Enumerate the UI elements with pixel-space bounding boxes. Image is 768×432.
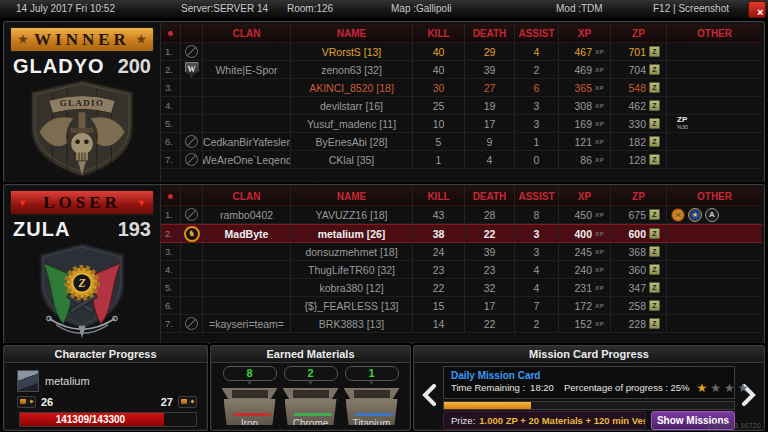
prize-value: 1.000 ZP + 20 Materials + 120 min Vest 1… (479, 415, 646, 426)
mission-stars: ★★★★ (697, 383, 749, 393)
mission-star-icon: ★ (724, 383, 735, 393)
clan-cell (203, 243, 291, 260)
no-clan-icon (185, 317, 198, 330)
chevron-left-icon (421, 384, 437, 406)
clan-icon-cell (181, 115, 203, 132)
banner-star-icon: ★ (18, 33, 28, 46)
rank-dot-icon (168, 31, 173, 36)
mission-star-icon: ★ (710, 383, 721, 393)
kill-cell: 15 (413, 297, 465, 314)
kill-column-header: KILL (413, 24, 465, 42)
name-cell: VRorstS [13] (291, 43, 413, 60)
kill-cell: 10 (413, 115, 465, 132)
zp-icon: Z (649, 118, 660, 129)
loser-team-name: ZULA (13, 218, 70, 241)
winner-banner: ★ WINNER ★ (10, 27, 154, 52)
name-cell: kobra380 [12] (291, 279, 413, 296)
no-clan-icon (185, 135, 198, 148)
zp-cell: 548Z (611, 79, 667, 96)
zp-icon: Z (649, 100, 660, 111)
xp-icon: XP (595, 212, 604, 218)
prize-label: Prize: (451, 415, 475, 426)
zp-icon: Z (649, 154, 660, 165)
room-label: Room:126 (287, 3, 333, 14)
rank-cell: 2. (161, 61, 181, 78)
kill-cell: 38 (413, 225, 465, 242)
clan-cell (203, 79, 291, 96)
other-cell (667, 79, 762, 96)
clan-icon-cell (181, 133, 203, 150)
name-cell: Yusuf_madenc [11] (291, 115, 413, 132)
xp-cell: 86XP (559, 151, 611, 168)
rank-cell: 6. (161, 297, 181, 314)
name-cell: metalium [26] (291, 225, 413, 242)
clan-shield-icon: W (185, 62, 199, 77)
assist-cell: 4 (515, 279, 559, 296)
time-remaining-label: Time Remaining : (451, 382, 525, 393)
clan-icon-cell (181, 279, 203, 296)
rank-cell: 3. (161, 79, 181, 96)
winner-team-score: 200 (118, 55, 151, 78)
zp-cell: 368Z (611, 243, 667, 260)
xp-cell: 240XP (559, 261, 611, 278)
xp-column-header: XP (559, 24, 611, 42)
medals-group: ☠★A (667, 208, 762, 222)
assist-cell: 3 (515, 97, 559, 114)
death-cell: 28 (465, 206, 515, 223)
material-count-tick-icon: ▼ (369, 381, 375, 386)
other-column-header: OTHER (667, 24, 762, 42)
material-crate-icon: Titanium (344, 388, 400, 425)
clan-icon-cell (181, 243, 203, 260)
other-cell: ZP%30 (667, 115, 762, 132)
material-name: Iron (224, 418, 276, 429)
name-cell: YAVUZZ16 [18] (291, 206, 413, 223)
loser-panel: ▼ LOSER ▼ ZULA 193 Z CL (3, 184, 765, 344)
xp-icon: XP (595, 121, 604, 127)
kill-column-header: KILL (413, 187, 465, 205)
other-cell (667, 261, 762, 278)
death-cell: 39 (465, 243, 515, 260)
zp-cell: 228Z (611, 315, 667, 332)
xp-icon: XP (595, 231, 604, 237)
zp-icon: Z (649, 246, 660, 257)
material-crate-icon: Iron (222, 388, 278, 425)
rank-cell: 6. (161, 133, 181, 150)
table-row: 1.rambo0402YAVUZZ16 [18]43288450XP675Z☠★… (161, 206, 762, 224)
no-clan-icon (185, 153, 198, 166)
material-count: 8 (223, 366, 277, 381)
assist-cell: 0 (515, 151, 559, 168)
previous-mission-card-button[interactable] (421, 384, 437, 406)
mission-star-icon: ★ (738, 383, 749, 393)
zp-icon: Z (649, 136, 660, 147)
rank-insignia-next-icon (178, 396, 197, 408)
zp-icon: Z (649, 300, 660, 311)
clan-icon-cell (181, 79, 203, 96)
kill-cell: 40 (413, 43, 465, 60)
kill-cell: 30 (413, 79, 465, 96)
name-cell: donsuzmehmet [18] (291, 243, 413, 260)
loser-clan-emblem: Z (23, 240, 141, 340)
death-cell: 23 (465, 261, 515, 278)
winner-banner-label: WINNER (28, 30, 136, 50)
prize-strip: Prize: 1.000 ZP + 20 Materials + 120 min… (443, 411, 646, 430)
xp-cell: 400XP (559, 225, 611, 242)
assist-cell: 4 (515, 43, 559, 60)
assist-cell: 3 (515, 225, 559, 242)
zp-cell: 675Z (611, 206, 667, 223)
mission-card-name: Daily Mission Card (451, 370, 727, 381)
table-row: 3.AKINCI_8520 [18]30276365XP548Z (161, 79, 762, 97)
xp-cell: 308XP (559, 97, 611, 114)
other-cell: ☠★A (667, 206, 762, 223)
zp-cell: 600Z (611, 225, 667, 242)
xp-cell: 172XP (559, 297, 611, 314)
rank-insignia-current-icon (17, 396, 36, 408)
clan-cell (203, 297, 291, 314)
clan-icon-cell (181, 261, 203, 278)
death-cell: 22 (465, 225, 515, 242)
winner-table-header: CLAN NAME KILL DEATH ASSIST XP ZP OTHER (161, 24, 762, 43)
close-button[interactable]: × (748, 1, 766, 18)
zp-icon: Z (649, 228, 660, 239)
table-row: 2.WWhite|E-Sporzenon63 [32]40392469XP704… (161, 61, 762, 79)
earned-materials-panel: Earned Materials 8▼Iron2▼Chrome1▼Titaniu… (210, 345, 411, 431)
clan-cell (203, 115, 291, 132)
